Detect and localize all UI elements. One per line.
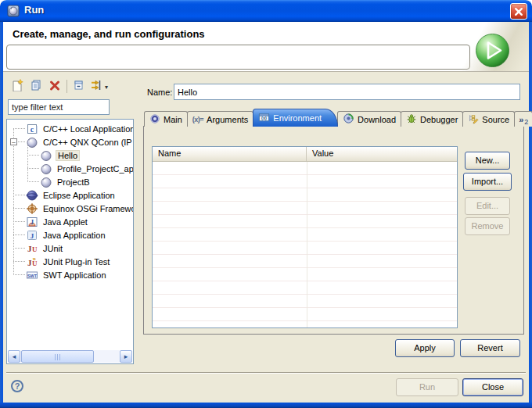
dialog-body: Create, manage, and run configurations xyxy=(3,22,529,403)
run-orb-icon xyxy=(475,33,510,68)
titlebar[interactable]: Run xyxy=(0,0,532,22)
tab-arguments[interactable]: (x)= Arguments xyxy=(187,111,253,127)
tab-main[interactable]: Main xyxy=(144,111,188,127)
filter-button[interactable] xyxy=(90,79,104,93)
tree-item-projectb[interactable]: ProjectB xyxy=(7,175,133,188)
source-tab-icon xyxy=(468,113,479,126)
delete-configuration-button[interactable] xyxy=(49,79,63,93)
tree-item-cpp-qnx-qconn[interactable]: C/C++ QNX QConn (IP xyxy=(7,135,133,149)
tab-label: Main xyxy=(164,115,182,124)
edit-button[interactable]: Edit... xyxy=(465,197,510,215)
tree-expander-minus[interactable]: – xyxy=(10,138,17,145)
svg-text:c: c xyxy=(31,124,34,133)
table-row[interactable] xyxy=(153,228,457,242)
column-header-value[interactable]: Value xyxy=(307,147,457,161)
tree-item-java-application[interactable]: J Java Application xyxy=(7,228,133,242)
tree-item-label: C/C++ QNX QConn (IP xyxy=(41,137,134,148)
svg-text:SWT: SWT xyxy=(27,273,38,277)
duplicate-configuration-button[interactable] xyxy=(30,79,44,93)
duplicate-icon xyxy=(30,79,42,91)
revert-button[interactable]: Revert xyxy=(460,339,520,357)
scroll-left-arrow[interactable]: ◂ xyxy=(8,350,20,363)
dialog-heading: Create, manage, and run configurations xyxy=(13,28,205,40)
tab-overflow-chevron[interactable]: » 2 xyxy=(514,111,532,127)
window-frame-bottom xyxy=(0,403,532,408)
tab-label: Download xyxy=(358,115,396,124)
tab-debugger[interactable]: Debugger xyxy=(401,111,463,127)
close-dialog-button[interactable]: Close xyxy=(462,378,523,396)
window-frame-right xyxy=(529,22,532,408)
remove-button[interactable]: Remove xyxy=(465,217,510,235)
scrollbar-thumb[interactable] xyxy=(21,350,94,363)
tree-item-swt-application[interactable]: SWT SWT Application xyxy=(7,268,133,281)
help-button[interactable]: ? xyxy=(11,380,23,392)
table-row[interactable] xyxy=(153,308,457,321)
footer-separator xyxy=(6,372,526,374)
tab-bar: Main (x)= Arguments (x) Environment xyxy=(144,109,532,127)
table-row[interactable] xyxy=(153,202,457,215)
message-area xyxy=(6,45,470,70)
tree-item-junit[interactable]: J U JUnit xyxy=(7,242,133,255)
filter-dropdown-caret[interactable]: ▾ xyxy=(105,84,108,91)
name-label: Name: xyxy=(147,88,172,97)
close-button[interactable] xyxy=(510,3,527,20)
debugger-tab-icon xyxy=(406,113,417,126)
table-row[interactable] xyxy=(153,281,457,295)
tree-item-label: SWT Application xyxy=(41,270,108,281)
svg-text:U: U xyxy=(32,245,38,253)
column-divider xyxy=(307,162,307,327)
apply-button[interactable]: Apply xyxy=(395,339,455,357)
tree-item-java-applet[interactable]: J Java Applet xyxy=(7,215,133,228)
import-button[interactable]: Import... xyxy=(463,173,512,191)
filter-input[interactable] xyxy=(8,99,110,115)
overflow-count: 2 xyxy=(524,118,528,126)
tree-item-profile-projectc[interactable]: Profile_ProjectC_ap xyxy=(7,162,133,175)
tree-item-hello[interactable]: Hello xyxy=(7,149,133,162)
qnx-sphere-icon xyxy=(40,163,52,175)
svg-text:»: » xyxy=(33,256,37,263)
filter-icon xyxy=(90,79,102,91)
tree-item-label: C/C++ Local Application xyxy=(41,123,134,134)
table-row[interactable] xyxy=(153,215,457,228)
table-header: Name Value xyxy=(153,147,457,162)
tree-item-label: Equinox OSGi Framewo xyxy=(41,203,134,214)
svg-text:J: J xyxy=(31,231,34,239)
collapse-all-button[interactable] xyxy=(72,79,86,93)
table-row[interactable] xyxy=(153,295,457,308)
junit-icon: J U xyxy=(26,242,38,255)
java-applet-icon: J xyxy=(26,216,38,228)
configurations-tree: – c C/C++ Local Application xyxy=(6,119,134,364)
tree-item-cpp-local-application[interactable]: c C/C++ Local Application xyxy=(7,122,133,135)
table-row[interactable] xyxy=(153,162,457,175)
tree-item-equinox-osgi[interactable]: Equinox OSGi Framewo xyxy=(7,202,133,215)
table-row[interactable] xyxy=(153,188,457,202)
banner: Create, manage, and run configurations xyxy=(3,22,529,72)
tree-item-junit-plugin-test[interactable]: J U » JUnit Plug-in Test xyxy=(7,255,133,268)
qnx-sphere-icon xyxy=(40,176,52,188)
column-header-name[interactable]: Name xyxy=(153,147,307,161)
tab-download[interactable]: Download xyxy=(337,111,401,127)
eclipse-sphere-icon xyxy=(26,189,38,202)
tree-horizontal-scrollbar[interactable]: ◂ ▸ xyxy=(8,350,132,363)
tab-environment[interactable]: (x) Environment xyxy=(253,109,338,127)
equinox-target-icon xyxy=(26,202,38,215)
configuration-name-input[interactable] xyxy=(174,84,520,100)
c-application-icon: c xyxy=(26,123,38,135)
new-button[interactable]: New... xyxy=(465,152,510,170)
new-configuration-button[interactable] xyxy=(11,79,25,93)
tree-item-label: Profile_ProjectC_ap xyxy=(56,163,134,174)
table-row[interactable] xyxy=(153,175,457,188)
svg-text:(x): (x) xyxy=(261,116,267,120)
table-row[interactable] xyxy=(153,268,457,281)
tab-source[interactable]: Source xyxy=(462,111,515,127)
table-row[interactable] xyxy=(153,321,457,328)
run-dialog-icon xyxy=(7,5,20,17)
tree-item-eclipse-application[interactable]: Eclipse Application xyxy=(7,188,133,202)
overflow-chevron-icon: » xyxy=(519,115,523,124)
run-button[interactable]: Run xyxy=(396,378,458,396)
scroll-right-arrow[interactable]: ▸ xyxy=(120,350,132,363)
junit-plugin-icon: J U » xyxy=(26,256,38,268)
table-row[interactable] xyxy=(153,242,457,255)
table-row[interactable] xyxy=(153,255,457,268)
window-title: Run xyxy=(24,4,44,16)
